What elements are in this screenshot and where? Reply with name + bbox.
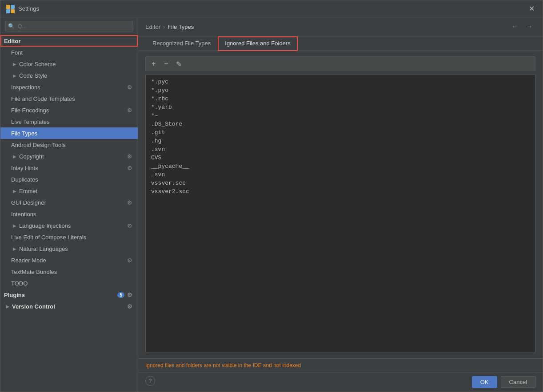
svg-rect-1 xyxy=(11,5,15,9)
expand-icon: ▶ xyxy=(11,245,18,252)
sidebar-item-color-scheme[interactable]: ▶ Color Scheme xyxy=(0,58,138,70)
list-item[interactable]: .DS_Store xyxy=(146,120,535,128)
sidebar-item-editor[interactable]: Editor xyxy=(0,35,138,47)
svg-rect-3 xyxy=(11,9,15,13)
search-box: 🔍 xyxy=(5,21,133,32)
forward-arrow[interactable]: → xyxy=(523,22,535,32)
expand-icon: ▶ xyxy=(11,153,18,160)
breadcrumb: Editor › File Types ← → xyxy=(138,17,543,36)
ok-button[interactable]: OK xyxy=(472,376,497,388)
list-item[interactable]: *.pyc xyxy=(146,78,535,86)
cancel-button[interactable]: Cancel xyxy=(501,376,535,388)
sidebar-item-file-code-templates[interactable]: File and Code Templates xyxy=(0,93,138,104)
file-list: *.pyc*.pyo*.rbc*.yarb*~.DS_Store.git.hg.… xyxy=(145,75,535,353)
expand-icon: ▶ xyxy=(11,72,18,79)
gear-icon: ⚙ xyxy=(127,84,132,91)
title-bar: Settings ✕ xyxy=(0,0,543,17)
sidebar: 🔍 Editor Font ▶ Color Scheme xyxy=(0,17,138,392)
status-text: Ignored files and folders are not visibl… xyxy=(145,362,301,368)
svg-rect-2 xyxy=(6,9,10,13)
back-arrow[interactable]: ← xyxy=(509,22,521,32)
expand-icon: ▶ xyxy=(11,60,18,67)
add-button[interactable]: + xyxy=(148,59,159,69)
sidebar-list: Editor Font ▶ Color Scheme ▶ Code Style xyxy=(0,35,138,392)
list-item[interactable]: *.yarb xyxy=(146,103,535,111)
content-area: 🔍 Editor Font ▶ Color Scheme xyxy=(0,17,543,392)
gear-icon: ⚙ xyxy=(127,107,132,114)
gear-icon: ⚙ xyxy=(127,199,132,206)
list-item[interactable]: vssver.scc xyxy=(146,179,535,187)
gear-icon: ⚙ xyxy=(127,303,132,310)
sidebar-item-natural-languages[interactable]: ▶ Natural Languages xyxy=(0,243,138,254)
edit-button[interactable]: ✎ xyxy=(173,59,184,69)
sidebar-item-todo[interactable]: TODO xyxy=(0,277,138,289)
sidebar-item-live-templates[interactable]: Live Templates xyxy=(0,116,138,127)
breadcrumb-current: File Types xyxy=(168,24,194,30)
search-icon: 🔍 xyxy=(8,23,15,29)
tabs-row: Recognized File Types Ignored Files and … xyxy=(138,36,543,51)
list-item[interactable]: .svn xyxy=(146,145,535,154)
expand-icon: ▶ xyxy=(4,303,11,310)
bottom-bar: ? OK Cancel xyxy=(138,372,543,392)
window-title: Settings xyxy=(18,5,523,12)
toolbar: + − ✎ xyxy=(145,56,535,71)
sidebar-item-file-types[interactable]: File Types xyxy=(0,127,138,139)
list-item[interactable]: .git xyxy=(146,128,535,137)
list-item[interactable]: *.rbc xyxy=(146,95,535,103)
remove-button[interactable]: − xyxy=(161,59,172,69)
sidebar-item-gui-designer[interactable]: GUI Designer ⚙ xyxy=(0,197,138,208)
gear-icon: ⚙ xyxy=(127,222,132,229)
gear-icon: ⚙ xyxy=(127,292,132,298)
sidebar-item-code-style[interactable]: ▶ Code Style xyxy=(0,70,138,81)
list-item[interactable]: CVS xyxy=(146,154,535,162)
main-panel: Editor › File Types ← → Recognized File … xyxy=(138,17,543,392)
gear-icon: ⚙ xyxy=(127,257,132,264)
expand-icon: ▶ xyxy=(11,222,18,229)
list-item[interactable]: __pycache__ xyxy=(146,162,535,170)
list-item[interactable]: *.pyo xyxy=(146,86,535,95)
list-item[interactable]: _svn xyxy=(146,170,535,179)
sidebar-item-version-control[interactable]: ▶ Version Control ⚙ xyxy=(0,301,138,312)
sidebar-item-intentions[interactable]: Intentions xyxy=(0,208,138,220)
sidebar-item-inspections[interactable]: Inspections ⚙ xyxy=(0,81,138,93)
tab-recognized[interactable]: Recognized File Types xyxy=(145,36,218,51)
gear-icon: ⚙ xyxy=(127,153,132,160)
settings-window: Settings ✕ 🔍 Editor Font ▶ C xyxy=(0,0,543,392)
search-input[interactable] xyxy=(5,21,133,32)
expand-icon: ▶ xyxy=(11,187,18,194)
panel-content: + − ✎ *.pyc*.pyo*.rbc*.yarb*~.DS_Store.g… xyxy=(138,51,543,358)
sidebar-item-emmet[interactable]: ▶ Emmet xyxy=(0,185,138,197)
app-icon xyxy=(6,4,15,13)
help-button[interactable]: ? xyxy=(145,376,155,386)
list-item[interactable]: vssver2.scc xyxy=(146,187,535,196)
nav-arrows: ← → xyxy=(509,22,535,32)
breadcrumb-separator: › xyxy=(163,24,165,30)
sidebar-item-file-encodings[interactable]: File Encodings ⚙ xyxy=(0,104,138,116)
sidebar-item-language-injections[interactable]: ▶ Language Injections ⚙ xyxy=(0,220,138,231)
sidebar-item-copyright[interactable]: ▶ Copyright ⚙ xyxy=(0,150,138,162)
sidebar-item-inlay-hints[interactable]: Inlay Hints ⚙ xyxy=(0,162,138,174)
sidebar-item-android-design-tools[interactable]: Android Design Tools xyxy=(0,139,138,150)
breadcrumb-parent: Editor xyxy=(145,24,160,30)
sidebar-item-reader-mode[interactable]: Reader Mode ⚙ xyxy=(0,254,138,266)
close-button[interactable]: ✕ xyxy=(526,4,537,14)
status-bar: Ignored files and folders are not visibl… xyxy=(138,358,543,372)
sidebar-item-font[interactable]: Font xyxy=(0,47,138,58)
sidebar-item-duplicates[interactable]: Duplicates xyxy=(0,174,138,185)
sidebar-item-live-edit-compose[interactable]: Live Edit of Compose Literals xyxy=(0,231,138,243)
tab-ignored[interactable]: Ignored Files and Folders xyxy=(218,36,297,51)
list-item[interactable]: *~ xyxy=(146,111,535,120)
svg-rect-0 xyxy=(6,5,10,9)
sidebar-item-plugins[interactable]: Plugins 5 ⚙ xyxy=(0,289,138,301)
list-item[interactable]: .hg xyxy=(146,137,535,145)
sidebar-item-textmate-bundles[interactable]: TextMate Bundles xyxy=(0,266,138,277)
gear-icon: ⚙ xyxy=(127,165,132,171)
